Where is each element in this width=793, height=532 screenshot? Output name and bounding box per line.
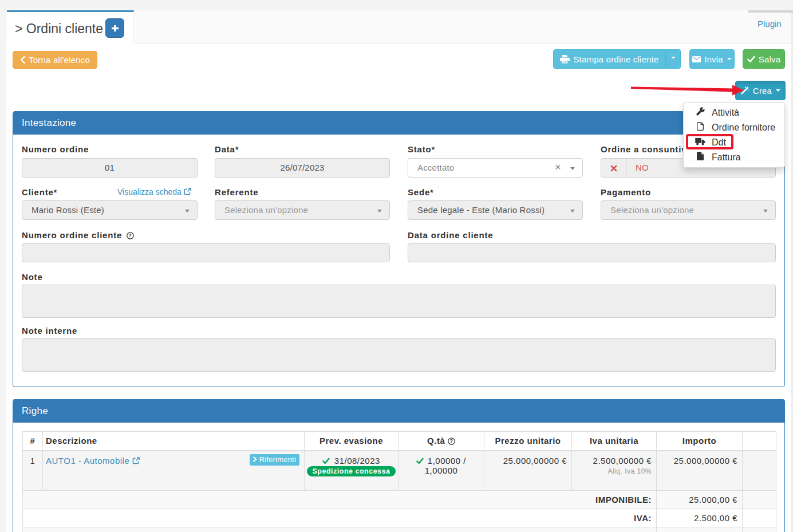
svg-text:?: ? [129, 232, 132, 238]
svg-text:?: ? [450, 439, 453, 444]
